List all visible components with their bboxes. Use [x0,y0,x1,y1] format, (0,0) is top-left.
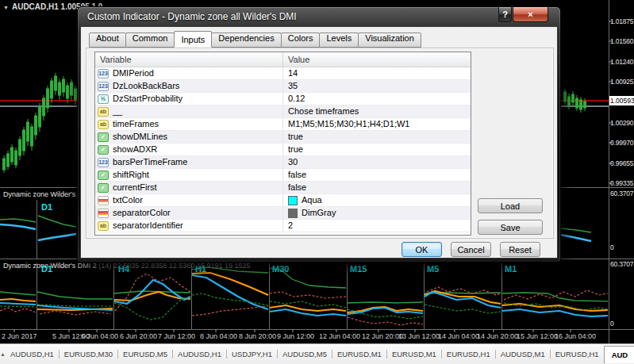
price-axis-label: 0.99655 [610,159,633,167]
chart-tab[interactable]: EURUSD,H1 [550,350,604,358]
price-axis-label: 1.01875 [610,17,633,25]
help-button[interactable]: ? [498,7,512,22]
param-value[interactable]: true [288,144,303,155]
param-value[interactable]: 30 [288,156,298,168]
sub1-scale-top: 60.3707 [610,190,633,197]
table-row[interactable]: ✓showADXR true [95,144,471,156]
sub2-tf-m5: M5 [427,264,439,274]
string-icon: ab [98,221,109,231]
sub1-scale-bottom: 0 [610,243,614,251]
column-header-value[interactable]: Value [283,52,309,67]
parameters-table: Variable Value 123DMIPeriod 14 123DzLook… [94,52,471,236]
dialog-body: About Common Inputs Dependencies Colors … [81,27,557,258]
param-value[interactable]: 14 [288,67,298,79]
price-axis-label: 0.99335 [610,179,633,187]
param-value[interactable]: true [288,131,303,143]
table-row[interactable]: ✓currentFirst false [95,182,471,194]
int-icon: 123 [98,69,109,79]
close-button[interactable]: × [513,7,548,22]
table-row[interactable]: 123DzLookBackBars 35 [95,80,471,93]
double-icon: ½ [98,94,109,104]
time-axis-label: 8 Jun 20:00 [239,332,276,340]
chart-tab[interactable]: EURUSD,M5 [117,350,172,358]
param-value[interactable]: DimGray [302,207,336,219]
table-row[interactable]: abseparatorIdentifier 2 [95,220,471,232]
dialog-tab-strip: About Common Inputs Dependencies Colors … [89,31,421,48]
sub2-tf-d1: D1 [41,264,52,274]
load-button[interactable]: Load [478,198,543,213]
param-value[interactable]: 35 [288,80,298,92]
chart-tab[interactable]: AUDUSD,H1 [6,350,59,358]
tab-bar-corner-icon[interactable]: ▲ [0,351,6,357]
time-axis-label: 9 Jun 12:00 [277,332,314,340]
int-icon: 123 [98,158,109,167]
tab-inputs[interactable]: Inputs [174,31,212,48]
save-button[interactable]: Save [478,220,543,235]
sub2-indicator-lines [0,267,608,325]
table-row[interactable]: ✓showDMLines true [95,131,471,144]
chart-tab[interactable]: AUDUSD,M5 [277,350,332,358]
tab-levels[interactable]: Levels [319,33,359,48]
param-name: txtColor [113,194,143,206]
time-axis-label: 8 Jun 04:00 [200,332,237,340]
param-value[interactable]: Chose timeframes [288,105,359,117]
price-axis-label: 1.00925 [610,78,633,86]
tab-visualization[interactable]: Visualization [358,33,421,48]
param-value[interactable]: 0.12 [288,93,305,105]
sub1-timeframe-label: D1 [41,202,52,212]
color-icon [98,196,109,205]
chart-tab[interactable]: EURUSD,H1 [441,350,495,358]
chart-tab-bar: ▲ AUDUSD,H1 EURUSD,M30 EURUSD,M5 AUDUSD,… [0,343,634,364]
param-value[interactable]: 2 [288,220,293,232]
param-value[interactable]: M1;M5;M15;M30;H1;H4;D1;W1 [288,118,409,130]
table-row[interactable]: 123barsPerTimeFrame 30 [95,156,471,169]
sub2-tf-m30: M30 [272,264,289,274]
chart-tab[interactable]: EURUSD,M1 [332,350,386,358]
cancel-button[interactable]: Cancel [451,242,491,257]
param-name: barsPerTimeFrame [113,156,187,168]
sub2-tf-m1: M1 [505,264,517,274]
table-row[interactable]: 123DMIPeriod 14 [95,67,471,80]
param-value[interactable]: false [288,169,306,181]
time-axis-label: 14 Jun 04:00 [438,332,479,340]
bool-icon: ✓ [98,183,109,193]
time-axis-label: 6 Jun 04:00 [81,332,118,340]
time-axis-label: 14 Jun 20:00 [477,332,518,340]
table-row[interactable]: ½DzStartProbability 0.12 [95,93,471,105]
table-row[interactable]: ✓shiftRight false [95,169,471,182]
time-axis-label: 7 Jun 12:00 [158,332,195,340]
chart-tab[interactable]: USDJPY,H1 [226,350,277,358]
reset-button[interactable]: Reset [500,242,540,257]
param-name: currentFirst [113,182,157,193]
tab-colors[interactable]: Colors [281,33,321,48]
chart-tab[interactable]: EURUSD,M1 [386,350,441,358]
chart-tab[interactable]: EURUSD,M30 [59,350,117,358]
param-value[interactable]: Aqua [302,194,322,206]
ok-button[interactable]: OK [402,242,442,257]
chart-tab-active[interactable]: AUD [604,346,634,363]
color-swatch [288,196,298,205]
tab-about[interactable]: About [89,33,126,48]
tab-common[interactable]: Common [125,33,175,48]
table-row[interactable]: abtimeFrames M1;M5;M15;M30;H1;H4;D1;W1 [95,118,471,131]
param-name: shiftRight [113,169,149,181]
chart-tab[interactable]: AUDUSD,H1 [172,350,226,358]
mt4-terminal: ▼AUDCAD,H1 1.00595 1.0 1.01875 1.01560 1… [0,0,634,364]
price-axis-label: 0.99970 [610,139,633,147]
tab-dependencies[interactable]: Dependencies [211,33,281,48]
indicator-properties-dialog: Custom Indicator - Dynamic zone all Wild… [77,6,561,262]
current-price-tag: 1.00593 [609,96,634,105]
sub2-tf-h1: H1 [195,264,206,274]
column-header-variable[interactable]: Variable [95,52,283,67]
price-axis-label: 1.01240 [610,58,633,66]
table-row[interactable]: txtColor Aqua [95,194,471,207]
time-axis-label: 16 Jun 04:00 [555,332,596,340]
chart-tab[interactable]: AUDUSD,M1 [495,350,550,358]
table-row[interactable]: ab__ Chose timeframes [95,105,471,118]
color-icon [98,209,109,218]
table-row[interactable]: separatorColor DimGray [95,207,471,220]
param-value[interactable]: false [288,182,306,193]
time-axis-label: 6 Jun 20:00 [120,332,157,340]
dialog-titlebar[interactable]: Custom Indicator - Dynamic zone all Wild… [78,7,560,27]
param-name: DMIPeriod [113,67,154,79]
